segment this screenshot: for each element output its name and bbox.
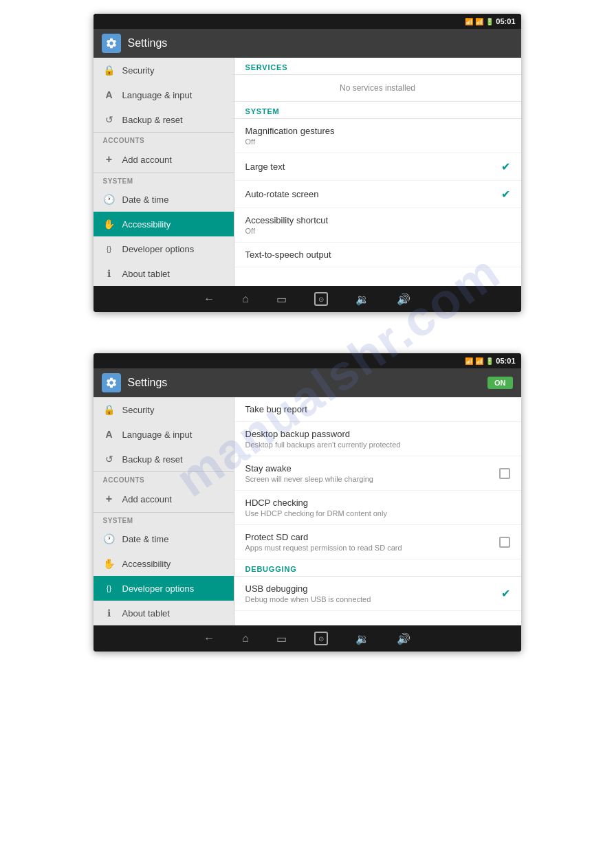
sidebar-label-language-1: Language & input [122, 90, 193, 100]
sidebar-item-accessibility-2[interactable]: ✋ Accessibility [94, 551, 234, 576]
sidebar-item-datetime-1[interactable]: 🕐 Date & time [94, 187, 234, 212]
focus-button-2[interactable]: ⊙ [314, 632, 328, 645]
protect-sd-checkbox[interactable] [499, 537, 510, 548]
content-item-large-text[interactable]: Large text ✔ [234, 153, 521, 181]
content-item-auto-rotate[interactable]: Auto-rotate screen ✔ [234, 181, 521, 208]
sidebar-item-backup-2[interactable]: ↺ Backup & reset [94, 447, 234, 471]
auto-rotate-check: ✔ [501, 188, 510, 201]
accessibility-icon-2: ✋ [103, 558, 116, 569]
content-item-magnification[interactable]: Magnification gestures Off [234, 119, 521, 153]
stay-awake-subtitle: Screen will never sleep while charging [245, 475, 373, 483]
recent-button-1[interactable]: ▭ [276, 293, 287, 306]
system-section-label-2: SYSTEM [94, 513, 234, 526]
backup-icon-2: ↺ [103, 454, 116, 465]
accessibility-shortcut-row: Accessibility shortcut Off [245, 215, 510, 235]
large-text-title: Large text [245, 162, 285, 172]
status-icons-2: 📶 📶 🔋 05:01 [465, 357, 515, 365]
sidebar-label-datetime-1: Date & time [122, 194, 169, 205]
content-item-hdcp[interactable]: HDCP checking Use HDCP checking for DRM … [234, 491, 521, 525]
sidebar-item-language-1[interactable]: A Language & input [94, 82, 234, 107]
status-time-2: 05:01 [496, 357, 515, 365]
status-bar-1: 📶 📶 🔋 05:01 [94, 14, 521, 29]
magnification-text: Magnification gestures Off [245, 126, 335, 146]
auto-rotate-row: Auto-rotate screen ✔ [245, 188, 510, 201]
sidebar-label-developer-2: Developer options [122, 583, 195, 594]
language-icon-2: A [103, 429, 116, 440]
large-text-check: ✔ [501, 160, 510, 173]
content-item-stay-awake[interactable]: Stay awake Screen will never sleep while… [234, 456, 521, 491]
settings-header-2: Settings ON [94, 368, 521, 397]
system-section-label-1: SYSTEM [94, 173, 234, 187]
accounts-section-label-1: ACCOUNTS [94, 133, 234, 146]
sidebar-item-about-1[interactable]: ℹ About tablet [94, 261, 234, 286]
content-item-accessibility-shortcut[interactable]: Accessibility shortcut Off [234, 208, 521, 243]
large-text-row: Large text ✔ [245, 160, 510, 173]
accessibility-shortcut-text: Accessibility shortcut Off [245, 215, 329, 235]
home-button-1[interactable]: ⌂ [242, 293, 249, 305]
sidebar-item-security-2[interactable]: 🔒 Security [94, 397, 234, 422]
tts-row: Text-to-speech output [245, 249, 510, 260]
accessibility-icon-1: ✋ [103, 219, 116, 230]
backup-password-text: Desktop backup password Desktop full bac… [245, 429, 510, 449]
sidebar-label-language-2: Language & input [122, 430, 193, 440]
gear-icon-2 [105, 377, 118, 389]
usb-debug-check: ✔ [501, 587, 510, 600]
developer-toggle[interactable]: ON [487, 377, 513, 389]
vol-down-button-2[interactable]: 🔉 [355, 632, 369, 645]
info-icon-2: ℹ [103, 608, 116, 619]
usb-debug-text: USB debugging Debug mode when USB is con… [245, 583, 371, 603]
nav-bar-2: ← ⌂ ▭ ⊙ 🔉 🔊 [94, 625, 521, 652]
bluetooth-icon-2: 📶 [465, 357, 473, 365]
battery-icon-2: 🔋 [485, 357, 494, 365]
sidebar-item-add-account-2[interactable]: + Add account [94, 486, 234, 512]
home-button-2[interactable]: ⌂ [242, 632, 249, 645]
focus-icon-2: ⊙ [318, 635, 324, 643]
sidebar-item-add-account-1[interactable]: + Add account [94, 146, 234, 173]
battery-icon: 🔋 [485, 18, 494, 25]
lock-icon-2: 🔒 [103, 404, 116, 415]
stay-awake-checkbox[interactable] [499, 468, 510, 479]
settings-app-icon-2 [102, 373, 121, 392]
sidebar-item-accessibility-1[interactable]: ✋ Accessibility [94, 212, 234, 236]
sidebar-item-developer-1[interactable]: {} Developer options [94, 236, 234, 261]
sidebar-item-security-1[interactable]: 🔒 Security [94, 58, 234, 82]
sidebar-item-backup-1[interactable]: ↺ Backup & reset [94, 107, 234, 132]
vol-up-button-1[interactable]: 🔊 [397, 293, 410, 306]
nav-bar-1: ← ⌂ ▭ ⊙ 🔉 🔊 [94, 286, 521, 312]
sidebar-item-developer-2[interactable]: {} Developer options [94, 576, 234, 601]
content-panel-2: Take bug report Desktop backup password … [234, 397, 521, 625]
developer-icon-1: {} [103, 245, 116, 253]
vol-down-button-1[interactable]: 🔉 [355, 293, 369, 306]
status-time-1: 05:01 [496, 17, 515, 25]
stay-awake-title: Stay awake [245, 463, 373, 474]
content-item-protect-sd[interactable]: Protect SD card Apps must request permis… [234, 525, 521, 559]
content-item-bug-report[interactable]: Take bug report [234, 397, 521, 422]
focus-icon-1: ⊙ [318, 296, 324, 303]
content-item-usb-debug[interactable]: USB debugging Debug mode when USB is con… [234, 577, 521, 611]
content-panel-1: SERVICES No services installed SYSTEM Ma… [234, 58, 521, 286]
hdcp-title: HDCP checking [245, 498, 510, 508]
usb-debug-subtitle: Debug mode when USB is connected [245, 595, 371, 603]
sidebar-1: 🔒 Security A Language & input ↺ Backup &… [94, 58, 234, 286]
vol-up-button-2[interactable]: 🔊 [397, 632, 410, 645]
back-button-1[interactable]: ← [204, 293, 215, 305]
bluetooth-icon: 📶 [465, 18, 473, 25]
content-item-backup-password[interactable]: Desktop backup password Desktop full bac… [234, 422, 521, 456]
no-services-text-1: No services installed [234, 75, 521, 102]
sidebar-item-language-2[interactable]: A Language & input [94, 422, 234, 447]
gear-icon-1 [105, 37, 118, 49]
content-item-tts[interactable]: Text-to-speech output [234, 243, 521, 267]
back-button-2[interactable]: ← [204, 632, 215, 645]
settings-title-1: Settings [128, 37, 168, 49]
settings-body-2: 🔒 Security A Language & input ↺ Backup &… [94, 397, 521, 625]
focus-button-1[interactable]: ⊙ [314, 292, 328, 306]
sidebar-item-datetime-2[interactable]: 🕐 Date & time [94, 526, 234, 551]
usb-debug-row: USB debugging Debug mode when USB is con… [245, 583, 510, 603]
settings-header-1: Settings [94, 29, 521, 58]
magnification-subtitle: Off [245, 137, 335, 146]
sidebar-item-about-2[interactable]: ℹ About tablet [94, 601, 234, 625]
bug-report-title: Take bug report [245, 404, 307, 414]
stay-awake-text: Stay awake Screen will never sleep while… [245, 463, 373, 483]
recent-button-2[interactable]: ▭ [276, 632, 287, 645]
magnification-row: Magnification gestures Off [245, 126, 510, 146]
